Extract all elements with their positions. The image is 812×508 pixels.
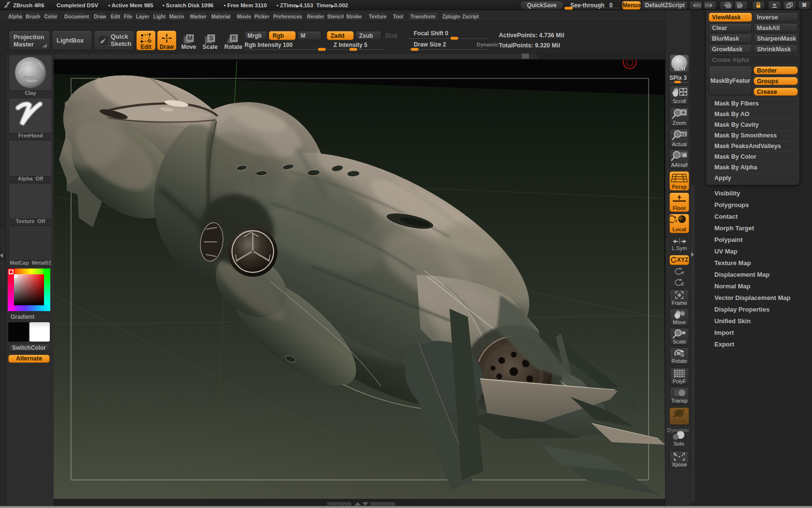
svg-text:G: G xyxy=(674,219,677,223)
svg-text:Y: Y xyxy=(682,270,684,275)
svg-text:Z: Z xyxy=(682,282,684,286)
svg-text:x1: x1 xyxy=(682,132,686,136)
svg-text:R: R xyxy=(232,34,236,42)
svg-text:S: S xyxy=(209,34,214,42)
svg-text:M: M xyxy=(188,34,193,42)
